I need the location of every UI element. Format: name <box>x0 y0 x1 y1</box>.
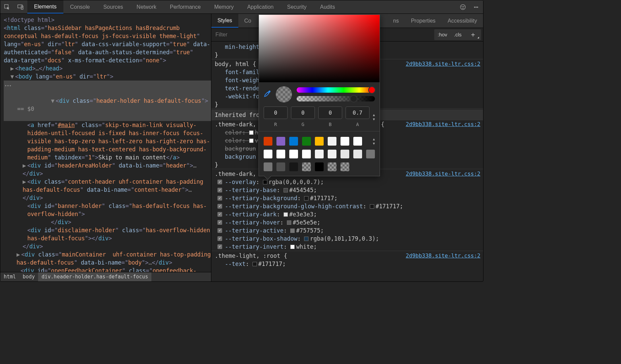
palette-swatch[interactable] <box>264 150 272 158</box>
palette-swatch[interactable] <box>341 137 349 146</box>
source-link[interactable]: 2d9bb338.site-ltr.css:2 <box>406 60 480 68</box>
palette-swatch[interactable] <box>264 137 272 146</box>
palette-swatch[interactable] <box>289 137 298 146</box>
property-checkbox[interactable]: ✓ <box>217 244 222 249</box>
css-var-row[interactable]: ✓--tertiary-box-shadow: rgba(0,101,179,0… <box>225 235 480 243</box>
b-input[interactable] <box>318 107 342 119</box>
palette-swatch[interactable] <box>276 137 285 146</box>
palette-swatch[interactable] <box>302 150 311 158</box>
dom-tree[interactable]: <!doctype html> <html class="hasSidebar … <box>0 14 211 272</box>
cls-toggle[interactable]: .cls <box>451 30 465 39</box>
new-style-rule-button[interactable]: ＋ <box>465 30 481 39</box>
tab-styles[interactable]: Styles <box>211 14 238 28</box>
tab-computed-cut[interactable]: Co <box>238 14 257 28</box>
format-toggle[interactable]: ▲▼ <box>373 113 375 121</box>
r-input[interactable] <box>264 107 288 119</box>
g-input[interactable] <box>291 107 315 119</box>
dom-panel: <!doctype html> <html class="hasSidebar … <box>0 14 211 281</box>
css-var-row[interactable]: ✓--tertiary-active: #757575; <box>225 226 480 235</box>
hue-slider[interactable] <box>297 87 375 93</box>
color-picker[interactable]: R G B A ▲▼ ▲▼ <box>259 14 380 176</box>
tab-application[interactable]: Application <box>240 0 280 13</box>
palette-swatch[interactable] <box>328 162 336 171</box>
css-var-row[interactable]: ✓--tertiary-background: #171717; <box>225 194 480 202</box>
alpha-slider[interactable] <box>297 96 375 101</box>
more-icon[interactable]: ⋯ <box>470 3 483 11</box>
a-input[interactable] <box>346 107 369 119</box>
css-var-row[interactable]: ✓--overlay: rgba(0,0,0,0.7); <box>225 178 480 186</box>
devtools-window: Elements Console Sources Network Perform… <box>0 0 483 282</box>
tab-memory[interactable]: Memory <box>207 0 240 13</box>
hue-thumb[interactable] <box>368 86 376 94</box>
palette-swatch[interactable] <box>276 162 285 171</box>
css-var-row[interactable]: ✓--tertiary-background-glow-high-contras… <box>225 202 480 210</box>
tab-elements[interactable]: Elements <box>27 0 63 13</box>
alpha-thumb[interactable] <box>350 95 357 102</box>
css-var-row[interactable]: ✓--tertiary-dark: #e3e3e3; <box>225 210 480 218</box>
property-checkbox[interactable]: ✓ <box>217 180 222 184</box>
palette-swatch[interactable] <box>328 137 336 146</box>
b-label: B <box>318 122 342 127</box>
tab-console[interactable]: Console <box>63 0 97 13</box>
palette-swatch[interactable] <box>289 162 298 171</box>
device-toggle-icon[interactable] <box>14 4 27 10</box>
tab-network[interactable]: Network <box>130 0 163 13</box>
hov-toggle[interactable]: :hov <box>434 30 450 39</box>
tab-sources[interactable]: Sources <box>96 0 130 13</box>
inspect-icon[interactable] <box>0 4 14 10</box>
property-checkbox[interactable]: ✓ <box>217 188 222 192</box>
svg-point-6 <box>269 91 270 92</box>
tab-accessibility[interactable]: Accessibility <box>442 14 483 28</box>
svg-point-5 <box>464 6 464 7</box>
palette-swatch[interactable] <box>302 137 311 146</box>
palette-toggle[interactable]: ▲▼ <box>373 137 375 145</box>
palette-swatch[interactable] <box>353 137 362 146</box>
palette-swatch[interactable] <box>276 150 285 158</box>
css-var-row[interactable]: ✓--tertiary-invert: white; <box>225 243 480 251</box>
palette-swatches: ▲▼ <box>259 133 380 176</box>
source-link[interactable]: 2d9bb338.site-ltr.css:2 <box>406 252 480 260</box>
svg-rect-1 <box>18 5 22 8</box>
current-color-swatch <box>276 86 292 102</box>
property-checkbox[interactable]: ✓ <box>217 236 222 241</box>
palette-swatch[interactable] <box>302 162 311 171</box>
palette-swatch[interactable] <box>328 150 336 158</box>
property-checkbox[interactable]: ✓ <box>217 228 222 233</box>
property-checkbox[interactable]: ✓ <box>217 212 222 217</box>
tab-unknown-cut[interactable]: ns <box>387 14 405 28</box>
palette-swatch[interactable] <box>315 150 324 158</box>
crumb-selected[interactable]: div.header-holder.has-default-focus <box>38 272 151 281</box>
palette-swatch[interactable] <box>341 162 349 171</box>
tab-properties[interactable]: Properties <box>405 14 442 28</box>
css-var-row[interactable]: ✓--tertiary-base: #454545; <box>225 186 480 194</box>
css-var-row[interactable]: ✓--tertiary-hover: #5e5e5e; <box>225 218 480 226</box>
property-checkbox[interactable]: ✓ <box>217 204 222 209</box>
main-tab-bar: Elements Console Sources Network Perform… <box>0 0 483 14</box>
source-link[interactable]: 2d9bb338.site-ltr.css:2 <box>406 120 480 128</box>
palette-swatch[interactable] <box>315 137 324 146</box>
palette-swatch[interactable] <box>264 162 272 171</box>
property-checkbox[interactable]: ✓ <box>217 196 222 201</box>
crumb-html[interactable]: html <box>0 272 19 281</box>
a-label: A <box>346 122 369 127</box>
crumb-body[interactable]: body <box>19 272 38 281</box>
property-checkbox[interactable]: ✓ <box>217 220 222 225</box>
tab-audits[interactable]: Audits <box>313 0 342 13</box>
r-label: R <box>264 122 288 127</box>
palette-swatch[interactable] <box>366 150 375 158</box>
source-link[interactable]: 2d9bb338.site-ltr.css:2 <box>406 170 480 178</box>
color-gradient[interactable] <box>259 15 380 82</box>
styles-panel: Styles Co ns Properties Accessibility :h… <box>211 14 483 281</box>
tab-performance[interactable]: Performance <box>163 0 208 13</box>
svg-point-4 <box>462 6 463 7</box>
tab-security[interactable]: Security <box>280 0 313 13</box>
palette-swatch[interactable] <box>353 150 362 158</box>
palette-swatch[interactable] <box>341 150 349 158</box>
breadcrumb: html body div.header-holder.has-default-… <box>0 272 211 281</box>
feedback-icon[interactable] <box>456 4 470 10</box>
palette-swatch[interactable] <box>315 162 324 171</box>
svg-point-3 <box>461 4 466 9</box>
palette-swatch[interactable] <box>289 150 298 158</box>
eyedropper-icon[interactable] <box>264 90 271 99</box>
g-label: G <box>291 122 315 127</box>
